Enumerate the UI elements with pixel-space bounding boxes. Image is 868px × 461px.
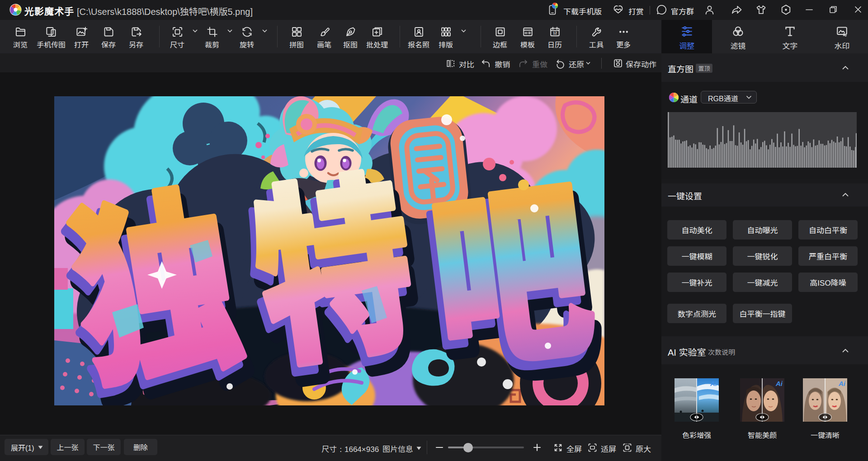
- svg-text:Ai: Ai: [710, 380, 717, 387]
- svg-text:Ai: Ai: [775, 380, 783, 387]
- svg-text:12: 12: [552, 31, 557, 35]
- svg-text:Ai: Ai: [838, 380, 846, 387]
